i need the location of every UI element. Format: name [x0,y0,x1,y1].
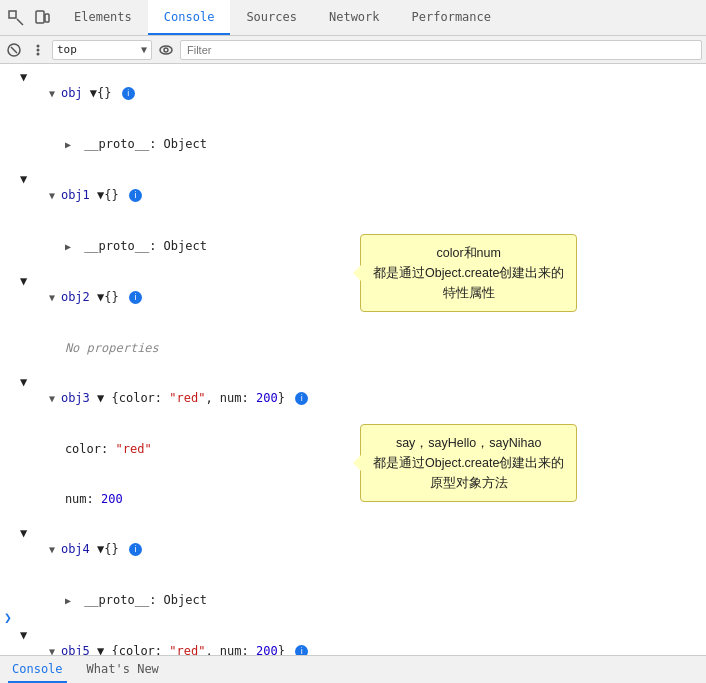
svg-rect-2 [36,11,44,23]
expand-arrow[interactable]: ▼ [49,86,61,102]
filter-input[interactable] [180,40,702,60]
console-line-obj4-proto: ▶ __proto__: Object [0,575,706,626]
console-output: ▼obj ▼{} i ▶ __proto__: Object ▼obj1 ▼{}… [0,64,706,655]
svg-rect-3 [45,14,49,22]
tab-performance[interactable]: Performance [396,0,507,35]
info-icon[interactable]: i [295,645,308,655]
svg-point-10 [164,48,168,52]
svg-point-6 [37,48,40,51]
tooltip-say-methods: say，sayHello，sayNihao 都是通过Object.create创… [360,424,577,502]
svg-rect-0 [9,11,16,18]
top-tab-bar: Elements Console Sources Network Perform… [0,0,706,36]
console-prompt-arrow: ❯ [4,610,12,625]
expand-arrow[interactable]: ▶ [65,239,77,255]
bottom-tab-whatsnew[interactable]: What's New [83,656,163,683]
tab-sources[interactable]: Sources [230,0,313,35]
tooltip-color-num: color和num 都是通过Object.create创建出来的 特性属性 [360,234,577,312]
svg-line-1 [17,19,23,25]
console-line-obj3-num: num: 200 [0,474,706,524]
console-line-obj: ▼obj ▼{} i [0,68,706,119]
console-line-obj1: ▼obj1 ▼{} i [0,170,706,221]
console-line-obj3: ▼obj3 ▼ {color: "red", num: 200} i [0,373,706,424]
expand-arrow[interactable]: ▼ [49,542,61,558]
expand-arrow-proto[interactable]: ▶ [65,137,77,153]
chevron-down-icon: ▼ [141,44,147,55]
info-icon[interactable]: i [122,87,135,100]
console-line-obj2-noprop: No properties [0,323,706,373]
info-icon[interactable]: i [295,392,308,405]
expand-arrow[interactable]: ▼ [49,644,61,655]
toolbar-icons [0,0,58,35]
svg-line-5 [11,47,17,53]
svg-point-9 [160,46,172,54]
tab-console[interactable]: Console [148,0,231,35]
tab-network[interactable]: Network [313,0,396,35]
tab-elements[interactable]: Elements [58,0,148,35]
svg-point-7 [37,44,40,47]
clear-console-button[interactable] [4,40,24,60]
info-icon[interactable]: i [129,189,142,202]
expand-arrow[interactable]: ▶ [65,593,77,609]
filter-button[interactable] [28,40,48,60]
console-toolbar: top ▼ [0,36,706,64]
console-line-obj-proto: ▶ __proto__: Object [0,119,706,170]
info-icon[interactable]: i [129,291,142,304]
bottom-tab-console[interactable]: Console [8,656,67,683]
bottom-tab-bar: Console What's New [0,655,706,683]
eye-icon[interactable] [156,40,176,60]
device-toolbar-button[interactable] [30,6,54,30]
context-selector[interactable]: top ▼ [52,40,152,60]
info-icon[interactable]: i [129,543,142,556]
expand-arrow[interactable]: ▼ [49,391,61,407]
inspect-element-button[interactable] [4,6,28,30]
expand-arrow[interactable]: ▼ [49,290,61,306]
console-line-obj4: ▼obj4 ▼{} i [0,524,706,575]
svg-point-8 [37,52,40,55]
expand-arrow[interactable]: ▼ [49,188,61,204]
console-line-obj5: ▼obj5 ▼ {color: "red", num: 200} i [0,626,706,655]
